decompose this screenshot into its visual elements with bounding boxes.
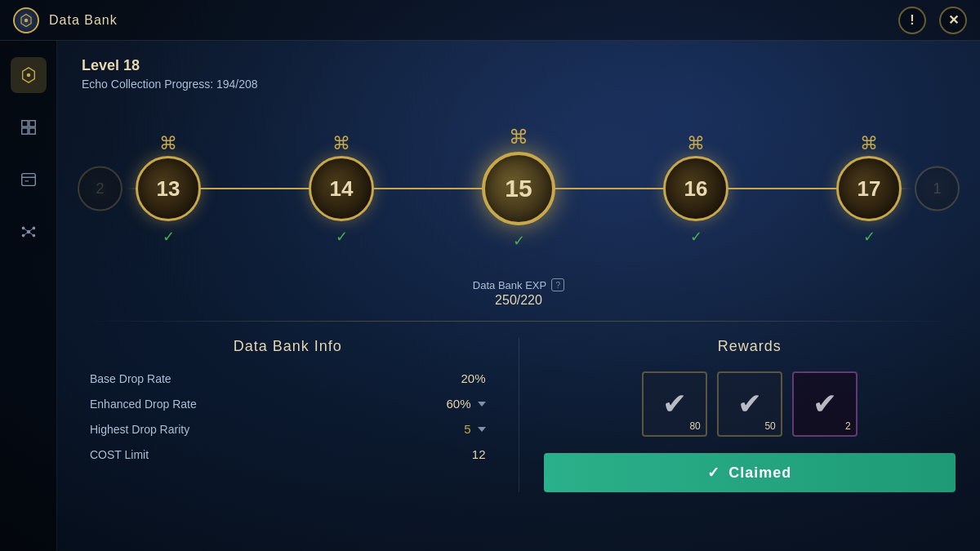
enhanced-drop-dropdown[interactable] — [478, 402, 486, 407]
highest-rarity-value: 5 — [464, 422, 485, 436]
reward-item-3: ✔ 2 — [792, 371, 858, 437]
highest-rarity-dropdown[interactable] — [478, 427, 486, 432]
hint-orb-left: 2 — [78, 167, 122, 211]
reward-count-2: 50 — [764, 420, 775, 432]
svg-rect-8 — [21, 174, 35, 186]
svg-point-1 — [24, 18, 29, 22]
enhanced-drop-label: Enhanced Drop Rate — [90, 398, 446, 411]
claim-button-label: Claimed — [728, 464, 791, 482]
milestones-area: 2 ⌘ 13 ✓ ⌘ 14 ✓ ⌘ 15 ✓ ⌘ — [82, 107, 956, 270]
section-divider — [82, 321, 956, 322]
level-label: Level 18 — [82, 57, 956, 74]
exp-help-icon[interactable]: ? — [551, 278, 564, 291]
reward-check-2: ✔ — [737, 389, 762, 419]
rewards-panel: Rewards ✔ 80 ✔ 50 ✔ 2 — [519, 338, 956, 492]
highest-rarity-label: Highest Drop Rarity — [90, 423, 464, 436]
milestone-check-16: ✓ — [690, 228, 702, 246]
info-row-cost-limit: COST Limit 12 — [82, 447, 494, 461]
milestone-check-13: ✓ — [163, 228, 175, 246]
sidebar-item-main[interactable] — [11, 57, 47, 93]
info-row-enhanced-drop: Enhanced Drop Rate 60% — [82, 397, 494, 411]
close-button[interactable]: ✕ — [939, 7, 967, 34]
milestone-check-15: ✓ — [513, 232, 525, 250]
top-bar: Data Bank ! ✕ — [0, 0, 980, 41]
hint-orb-right: 1 — [915, 167, 960, 211]
svg-rect-5 — [29, 121, 34, 127]
reward-check-1: ✔ — [662, 389, 687, 419]
enhanced-drop-value: 60% — [446, 397, 485, 411]
bottom-section: Data Bank Info Base Drop Rate 20% Enhanc… — [82, 338, 956, 492]
right-hint-orb: 1 — [915, 167, 960, 211]
svg-line-18 — [23, 232, 28, 236]
reward-item-2: ✔ 50 — [717, 371, 782, 437]
reward-count-3: 2 — [845, 420, 851, 432]
milestone-check-17: ✓ — [863, 228, 875, 246]
exp-label: Data Bank EXP ? — [82, 278, 956, 291]
sidebar-item-card[interactable] — [11, 162, 47, 198]
svg-line-19 — [29, 232, 33, 236]
sidebar-item-layers[interactable] — [11, 109, 47, 145]
orb-decoration-13: ⌘ — [159, 133, 177, 154]
app-logo — [13, 7, 39, 33]
milestone-node-13[interactable]: ⌘ 13 ✓ — [136, 156, 201, 221]
svg-rect-4 — [21, 121, 27, 127]
header-info: Level 18 Echo Collection Progress: 194/2… — [82, 57, 956, 91]
main-content: Level 18 Echo Collection Progress: 194/2… — [57, 41, 980, 551]
reward-check-3: ✔ — [813, 389, 837, 419]
orb-decoration-14: ⌘ — [332, 133, 350, 154]
milestone-node-15[interactable]: ⌘ 15 ✓ — [482, 152, 555, 225]
milestone-node-14[interactable]: ⌘ 14 ✓ — [309, 156, 374, 221]
orb-decoration-15: ⌘ — [509, 126, 528, 149]
progress-label: Echo Collection Progress: 194/208 — [82, 78, 956, 91]
cost-limit-label: COST Limit — [90, 448, 472, 461]
info-panel-title: Data Bank Info — [82, 338, 494, 355]
info-panel: Data Bank Info Base Drop Rate 20% Enhanc… — [82, 338, 519, 492]
base-drop-label: Base Drop Rate — [90, 372, 461, 385]
milestone-check-14: ✓ — [336, 228, 348, 246]
rewards-title: Rewards — [544, 338, 956, 355]
milestone-node-16[interactable]: ⌘ 16 ✓ — [663, 156, 728, 221]
sidebar — [0, 41, 57, 551]
left-hint-orb: 2 — [78, 167, 122, 211]
info-row-base-drop: Base Drop Rate 20% — [82, 371, 494, 385]
top-bar-actions: ! ✕ — [898, 7, 967, 34]
rewards-items: ✔ 80 ✔ 50 ✔ 2 — [544, 371, 956, 437]
claim-check-icon: ✓ — [707, 464, 720, 482]
svg-point-3 — [26, 73, 30, 78]
milestone-orb-13[interactable]: 13 — [136, 156, 201, 221]
milestone-orb-17[interactable]: 17 — [836, 156, 902, 221]
reward-count-1: 80 — [689, 420, 700, 432]
orb-decoration-16: ⌘ — [687, 133, 705, 154]
orb-decoration-17: ⌘ — [860, 133, 878, 154]
info-button[interactable]: ! — [898, 7, 926, 34]
milestone-orb-14[interactable]: 14 — [309, 156, 374, 221]
milestone-orb-15[interactable]: 15 — [482, 152, 555, 225]
svg-rect-7 — [29, 128, 34, 134]
svg-line-16 — [23, 228, 28, 232]
exp-value: 250/220 — [82, 293, 956, 308]
sidebar-item-nodes[interactable] — [11, 214, 47, 250]
svg-rect-6 — [21, 128, 27, 134]
base-drop-value: 20% — [461, 371, 485, 385]
reward-item-1: ✔ 80 — [642, 371, 707, 437]
milestone-track: 2 ⌘ 13 ✓ ⌘ 14 ✓ ⌘ 15 ✓ ⌘ — [82, 152, 956, 225]
exp-section: Data Bank EXP ? 250/220 — [82, 278, 956, 308]
cost-limit-value: 12 — [472, 447, 486, 461]
info-row-highest-rarity: Highest Drop Rarity 5 — [82, 422, 494, 436]
svg-line-17 — [29, 228, 33, 232]
milestone-node-17[interactable]: ⌘ 17 ✓ — [836, 156, 902, 221]
app-title: Data Bank — [49, 13, 118, 28]
claim-button[interactable]: ✓ Claimed — [544, 453, 956, 492]
milestone-orb-16[interactable]: 16 — [663, 156, 728, 221]
